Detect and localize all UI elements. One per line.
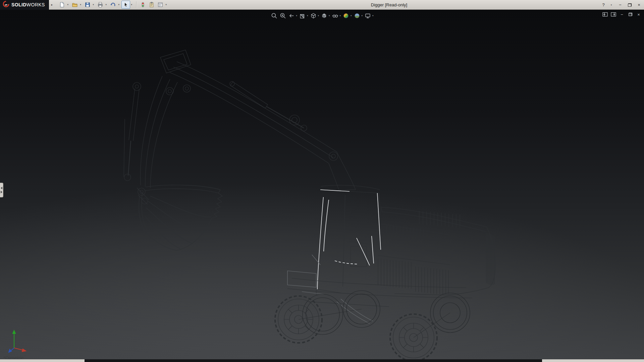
taskbar-strip	[0, 359, 644, 362]
taskbar-dark-segment	[85, 359, 542, 362]
expand-right-icon	[1, 191, 2, 193]
wheel-inner-left	[303, 294, 343, 335]
help-button[interactable]: ?	[600, 2, 606, 8]
undo-dropdown-caret[interactable]: ▾	[117, 3, 120, 6]
view-orientation-icon[interactable]	[309, 11, 317, 20]
new-document-button[interactable]	[58, 1, 66, 9]
view-orientation-label: *Dimetric	[3, 355, 24, 359]
options-dropdown-caret[interactable]: ▾	[165, 3, 168, 6]
chassis-light-edges	[287, 255, 373, 323]
orientation-triad	[7, 328, 28, 354]
y-axis	[13, 330, 15, 348]
edit-appearance-caret[interactable]: ▾	[351, 14, 352, 17]
boom-arm	[160, 50, 356, 190]
app-close-button[interactable]: ×	[636, 2, 642, 8]
zoom-to-area-icon[interactable]	[278, 11, 287, 20]
digger-wireframe	[0, 10, 644, 359]
select-button[interactable]	[121, 1, 130, 9]
chassis	[287, 278, 472, 338]
toolbar-flyout-arrow[interactable]: ▸	[50, 1, 54, 8]
previous-view-caret[interactable]: ▾	[296, 14, 297, 17]
collapse-left-icon	[1, 187, 2, 189]
rebuild-button[interactable]	[139, 1, 147, 9]
solidworks-logo: SOLIDWORKS	[0, 0, 49, 10]
stick-arm	[124, 76, 177, 188]
menu-bar: SOLIDWORKS ▸ ▾ ▾ ▾ ▾ ▾ ▾	[0, 0, 644, 10]
view-orientation-caret[interactable]: ▾	[318, 14, 319, 17]
save-dropdown-caret[interactable]: ▾	[92, 3, 95, 6]
wheel-rear-right	[430, 293, 470, 333]
help-dropdown-caret[interactable]: ▾	[610, 4, 613, 6]
x-axis	[14, 348, 26, 352]
document-title: Digger [Read-only]	[339, 2, 439, 7]
doc-close-button[interactable]: ×	[636, 11, 641, 17]
pane-right-icon[interactable]	[611, 11, 616, 17]
standard-toolbar: ▾ ▾ ▾ ▾ ▾ ▾ ▾	[58, 1, 169, 9]
display-style-caret[interactable]: ▾	[329, 14, 330, 17]
save-button[interactable]	[83, 1, 92, 9]
app-window-controls: ? ▾ − ×	[600, 0, 642, 10]
section-view-caret[interactable]: ▾	[307, 14, 308, 17]
graphics-viewport[interactable]: ▾ ▾ ▾ ▾ ▾ ▾ ▾ ▾	[0, 10, 644, 359]
previous-view-icon[interactable]	[287, 11, 296, 20]
heads-up-toolbar: ▾ ▾ ▾ ▾ ▾ ▾ ▾ ▾	[270, 11, 374, 20]
open-button[interactable]	[70, 1, 79, 9]
ds-logo-icon	[3, 1, 9, 9]
doc-minimize-button[interactable]: −	[619, 11, 625, 17]
pane-left-icon[interactable]	[602, 11, 608, 17]
zoom-to-fit-icon[interactable]	[270, 11, 278, 20]
app-minimize-button[interactable]: −	[617, 2, 623, 8]
section-view-icon[interactable]	[298, 11, 307, 20]
open-dropdown-caret[interactable]: ▾	[79, 3, 82, 6]
hide-show-items-caret[interactable]: ▾	[340, 14, 341, 17]
options-button[interactable]	[156, 1, 165, 9]
engine-housing	[378, 207, 495, 295]
brand-text: SOLIDWORKS	[11, 2, 45, 7]
apply-scene-caret[interactable]: ▾	[362, 14, 363, 17]
wheels	[275, 291, 470, 359]
cab-highlight-edges	[317, 190, 381, 289]
document-window-controls: − ×	[602, 11, 641, 17]
bucket	[137, 185, 222, 250]
doc-restore-icon	[629, 13, 632, 16]
z-axis	[9, 348, 14, 352]
restore-icon	[628, 3, 632, 7]
display-style-icon[interactable]	[320, 11, 328, 20]
select-dropdown-caret[interactable]: ▾	[130, 3, 133, 6]
app-restore-button[interactable]	[627, 2, 633, 8]
hide-show-items-icon[interactable]	[331, 11, 339, 20]
print-button[interactable]	[96, 1, 105, 9]
file-properties-button[interactable]	[147, 1, 156, 9]
undo-button[interactable]	[109, 1, 117, 9]
edit-appearance-icon[interactable]	[342, 11, 350, 20]
cab	[317, 185, 382, 293]
solidworks-window: SOLIDWORKS ▸ ▾ ▾ ▾ ▾ ▾ ▾	[0, 0, 644, 362]
new-dropdown-caret[interactable]: ▾	[66, 3, 69, 6]
wheel-front-right	[390, 314, 437, 359]
doc-restore-button[interactable]	[628, 11, 633, 17]
apply-scene-icon[interactable]	[353, 11, 361, 20]
wheel-rear-left	[343, 291, 380, 327]
print-dropdown-caret[interactable]: ▾	[105, 3, 108, 6]
panel-collapse-tab[interactable]	[0, 183, 3, 197]
wheel-front-left	[275, 296, 322, 343]
view-settings-icon[interactable]	[364, 11, 372, 20]
toolbar-separator	[136, 1, 137, 8]
view-settings-caret[interactable]: ▾	[372, 14, 374, 17]
